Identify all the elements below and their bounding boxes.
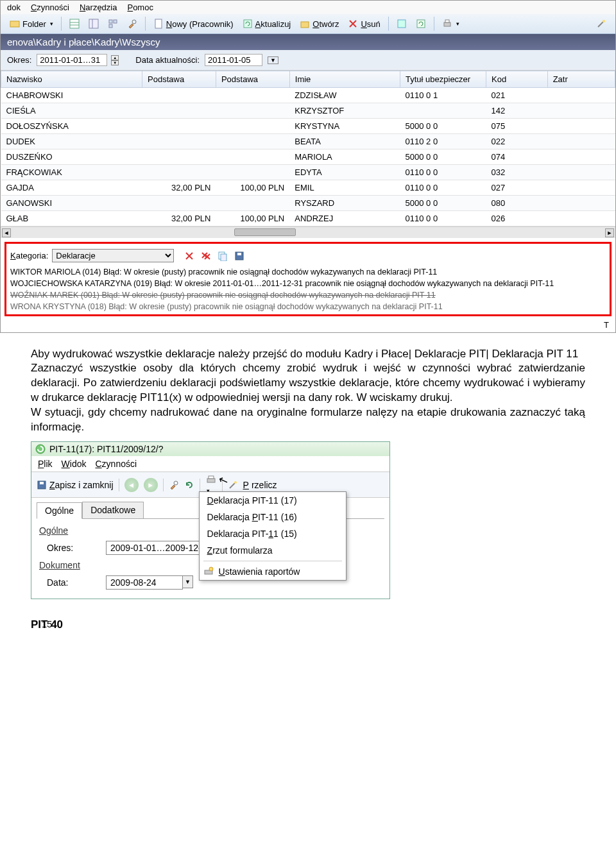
cell: 142	[486, 103, 547, 119]
cell	[547, 211, 615, 226]
tab-dodatkowe[interactable]: Dodatkowe	[82, 502, 144, 518]
cell: KRZYSZTOF	[289, 103, 400, 119]
col-imie[interactable]: Imie	[289, 71, 400, 88]
cell	[142, 165, 216, 180]
copy-icon[interactable]	[218, 251, 228, 261]
data-akt-input[interactable]	[205, 54, 262, 66]
cell: BEATA	[289, 134, 400, 149]
scroll-right-arrow[interactable]: ►	[605, 228, 614, 237]
update-button[interactable]: Aktualizuj	[239, 17, 295, 30]
open-button[interactable]: Otwórz	[296, 17, 343, 30]
view-btn-2[interactable]	[85, 17, 103, 30]
col-tytul[interactable]: Tytuł ubezpieczer	[400, 71, 486, 88]
app2-titlebar: PIT-11(17): PIT11/2009/12/?	[31, 442, 389, 456]
table-row[interactable]: GŁAB32,00 PLN100,00 PLNANDRZEJ0110 0 002…	[1, 211, 615, 226]
clear-all-icon[interactable]	[201, 251, 211, 261]
col-kod[interactable]: Kod	[486, 71, 547, 88]
delete-icon	[348, 19, 358, 29]
clear-one-icon[interactable]	[184, 251, 194, 261]
update-label: Aktualizuj	[255, 19, 291, 29]
col-podstawa1[interactable]: Podstawa	[142, 71, 216, 88]
kategoria-select[interactable]: Deklaracje	[52, 249, 174, 262]
svg-rect-12	[301, 22, 309, 28]
cell	[142, 149, 216, 165]
menu-plik[interactable]: Plik	[38, 459, 53, 469]
nav-fwd[interactable]: ►	[144, 478, 158, 492]
tools-icon[interactable]	[123, 17, 141, 30]
popup-ustawienia[interactable]: Ustawienia raportów	[200, 563, 346, 580]
delete-button[interactable]: Usuń	[344, 17, 384, 30]
data-dropdown[interactable]: ▼	[268, 56, 278, 64]
menu-pomoc[interactable]: Pomoc	[127, 3, 153, 12]
para-2: Zaznaczyć wszystkie osoby dla których ch…	[31, 361, 585, 405]
folder-dropdown[interactable]: Folder▾	[6, 17, 57, 30]
data2-input[interactable]	[106, 575, 183, 590]
svg-rect-14	[417, 20, 425, 28]
table-row[interactable]: FRĄCKOWIAKEDYTA0110 0 0032	[1, 165, 615, 180]
okres-label: Okres:	[7, 55, 31, 65]
popup-zrzut[interactable]: Zrzut formularza	[200, 542, 346, 559]
popup-pit15[interactable]: Deklaracja PIT-11 (15)	[200, 525, 346, 542]
cell: 075	[486, 119, 547, 134]
menu-widok[interactable]: Widok	[62, 459, 87, 469]
employee-grid: Nazwisko Podstawa Podstawa Imie Tytuł ub…	[1, 71, 615, 226]
col-nazwisko[interactable]: Nazwisko	[1, 71, 142, 88]
przelicz-button[interactable]: Przelicz	[243, 480, 277, 490]
cell: DUDEK	[1, 134, 142, 149]
filter-bar: Okres: ▲▼ Data aktualności: ▼	[1, 50, 615, 71]
scroll-left-arrow[interactable]: ◄	[2, 228, 11, 237]
wand-button[interactable]	[592, 17, 610, 30]
table-row[interactable]: DUDEKBEATA0110 2 0022	[1, 134, 615, 149]
view-btn-1[interactable]	[65, 17, 83, 30]
col-podstawa2[interactable]: Podstawa	[216, 71, 289, 88]
scroll-thumb[interactable]	[234, 228, 296, 236]
table-row[interactable]: DOŁOSZYŃSKAKRYSTYNA5000 0 0075	[1, 119, 615, 134]
misc-btn-1[interactable]	[393, 17, 411, 30]
popup-pit17[interactable]: Deklaracja PIT-11 (17)	[200, 492, 346, 509]
cell: ZDZISŁAW	[289, 88, 400, 103]
svg-rect-10	[155, 19, 162, 28]
menu-czynnosci[interactable]: Czynności	[31, 3, 69, 12]
menu-dok[interactable]: dok	[7, 3, 21, 12]
svg-rect-4	[89, 19, 98, 28]
app1-toolbar: Folder▾ Nowy (Pracownik) Aktualizuj Otwó…	[1, 14, 615, 34]
nav-back[interactable]: ◄	[124, 478, 139, 492]
cell	[142, 134, 216, 149]
print-dropdown[interactable]: ▾ ↖ Deklaracja PIT-11 (17) Deklaracja PI…	[205, 475, 217, 495]
okres-spinner[interactable]: ▲▼	[111, 55, 119, 65]
horizontal-scrollbar[interactable]: ◄ ►	[1, 226, 615, 238]
printer-icon	[205, 475, 217, 485]
table-row[interactable]: CHABROWSKIZDZISŁAW0110 0 1021	[1, 88, 615, 103]
cell	[547, 149, 615, 165]
table-row[interactable]: CIEŚLAKRZYSZTOF142	[1, 103, 615, 119]
table-row[interactable]: DUSZEŃKOMARIOLA5000 0 0074	[1, 149, 615, 165]
error-list: WIKTOR MARIOLA (014) Błąd: W okresie (pu…	[10, 265, 606, 313]
cell	[547, 88, 615, 103]
view-btn-3[interactable]	[104, 17, 122, 30]
misc-btn-2[interactable]	[412, 17, 430, 30]
save-icon[interactable]	[234, 251, 244, 261]
cell: 5000 0 0	[400, 119, 486, 134]
refresh-icon2[interactable]	[184, 480, 194, 490]
col-zatr[interactable]: Zatr	[547, 71, 615, 88]
cell: 027	[486, 180, 547, 196]
cell: FRĄCKOWIAK	[1, 165, 142, 180]
new-label: Nowy (Pracownik)	[166, 19, 234, 29]
table-row[interactable]: GAJDA32,00 PLN100,00 PLNEMIL0110 0 0027	[1, 180, 615, 196]
data2-dropdown[interactable]: ▼	[183, 575, 193, 588]
svg-rect-19	[221, 254, 227, 261]
menu-czynnosci2[interactable]: Czynności	[95, 459, 137, 469]
okres-input[interactable]	[37, 54, 107, 66]
print-button[interactable]: ▾	[438, 17, 463, 30]
table-row[interactable]: GANOWSKIRYSZARD5000 0 0080	[1, 196, 615, 211]
save-close-button[interactable]: Zapisz i zamknij	[37, 480, 114, 490]
popup-pit16[interactable]: Deklaracja PIT-11 (16)	[200, 509, 346, 525]
cell: KRYSTYNA	[289, 119, 400, 134]
menu-narzedzia[interactable]: Narzędzia	[80, 3, 117, 12]
new-button[interactable]: Nowy (Pracownik)	[150, 17, 237, 30]
folder-label: Folder	[22, 19, 46, 29]
tab-ogolne[interactable]: Ogólne	[37, 502, 82, 519]
tools-icon2[interactable]	[169, 480, 179, 490]
cell: GAJDA	[1, 180, 142, 196]
grid-header-row: Nazwisko Podstawa Podstawa Imie Tytuł ub…	[1, 71, 615, 88]
